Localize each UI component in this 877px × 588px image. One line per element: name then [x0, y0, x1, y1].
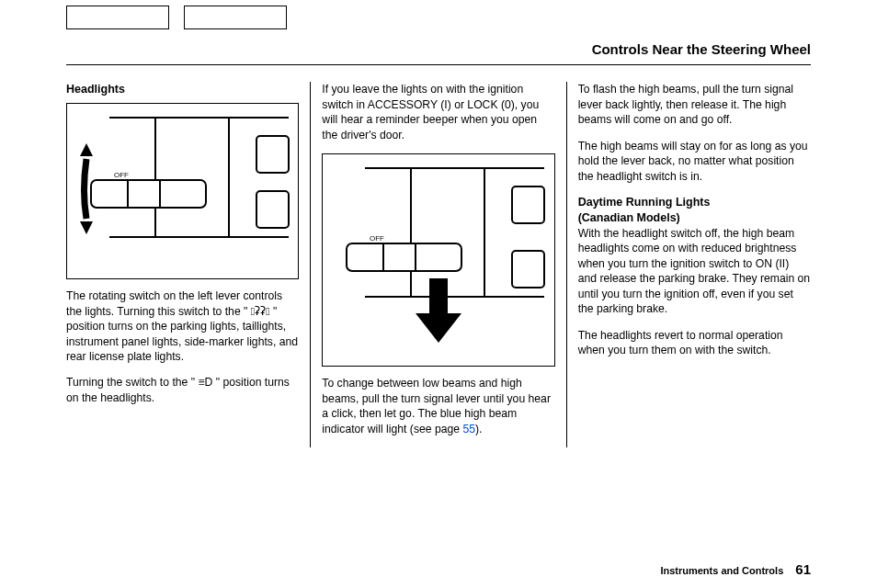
para-flash: To flash the high beams, pull the turn s… [578, 82, 811, 127]
page-footer: Instruments and Controls 61 [660, 560, 811, 579]
para-drl: With the headlight switch off, the high … [578, 226, 811, 317]
parking-light-icon: ʡʡ [247, 305, 273, 318]
para-hold: The high beams will stay on for as long … [578, 139, 811, 184]
page-title: Controls Near the Steering Wheel [66, 40, 811, 59]
link-page-55[interactable]: 55 [462, 423, 475, 435]
column-2: If you leave the lights on with the igni… [310, 82, 565, 447]
heading-headlights: Headlights [66, 82, 299, 97]
svg-marker-7 [80, 221, 93, 234]
title-rule [66, 64, 811, 65]
page-number: 61 [795, 561, 811, 577]
headlight-switch-diagram: OFF [73, 108, 293, 274]
svg-marker-15 [416, 313, 461, 343]
svg-text:OFF: OFF [114, 171, 129, 179]
heading-drl: Daytime Running Lights (Canadian Models) [578, 195, 811, 226]
figure-beam-change: OFF [322, 153, 554, 367]
top-tab-row [66, 6, 811, 29]
svg-rect-1 [256, 191, 289, 228]
tab-2[interactable] [184, 6, 287, 29]
figure-rotating-switch: OFF [66, 103, 299, 279]
headlight-icon: ≡D [195, 376, 216, 389]
para-lever-intro: The rotating switch on the left lever co… [66, 288, 299, 364]
para-revert: The headlights revert to normal operatio… [578, 328, 811, 358]
svg-rect-10 [347, 243, 461, 271]
svg-rect-0 [256, 136, 289, 173]
section-label: Instruments and Controls [660, 565, 783, 576]
svg-rect-8 [512, 187, 544, 223]
tab-1[interactable] [66, 6, 169, 29]
column-3: To flash the high beams, pull the turn s… [566, 82, 811, 447]
para-headlight-on: Turning the switch to the " ≡D " positio… [66, 375, 299, 405]
beam-change-diagram: OFF [328, 159, 549, 361]
svg-text:OFF: OFF [370, 234, 384, 243]
para-beeper: If you leave the lights on with the igni… [322, 82, 554, 142]
svg-rect-9 [512, 251, 544, 288]
svg-rect-14 [429, 278, 448, 315]
svg-rect-2 [91, 180, 206, 208]
svg-marker-6 [80, 143, 93, 156]
para-beam-change: To change between low beams and high bea… [322, 376, 554, 436]
body-columns: Headlights OFF [66, 82, 811, 447]
column-1: Headlights OFF [66, 82, 310, 447]
